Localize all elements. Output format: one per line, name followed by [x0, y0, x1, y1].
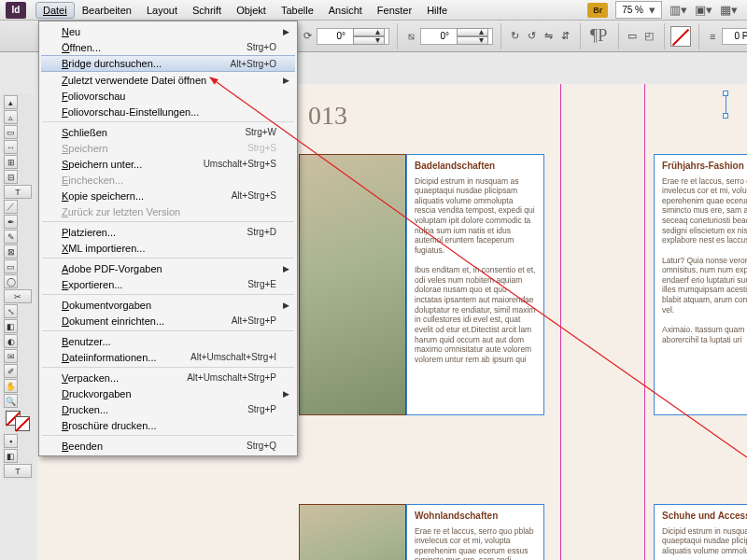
text-frame[interactable]: Wohnlandschaften Erae re et laccus, serr… [406, 504, 544, 560]
menuitem-ffnen[interactable]: Öffnen...Strg+O [41, 39, 295, 55]
ellipse-tool[interactable]: ◯ [4, 274, 18, 288]
select-content-icon[interactable]: ◰ [641, 29, 656, 44]
shear-field[interactable]: 0°▴▾ [420, 28, 493, 45]
bridge-badge[interactable]: Br [587, 3, 608, 18]
menuitem-einchecken: Einchecken... [41, 172, 295, 188]
flip-v-icon[interactable]: ⇵ [557, 29, 572, 44]
eyedropper-tool[interactable]: ✐ [4, 364, 18, 378]
content-collector-tool[interactable]: ⊞ [4, 155, 18, 169]
menuitem-label: Zuletzt verwendete Datei öffnen [62, 75, 276, 86]
menu-schrift[interactable]: Schrift [185, 2, 229, 19]
image-frame[interactable] [299, 504, 406, 560]
menuitem-label: Foliovorschau [62, 91, 276, 102]
free-transform-tool[interactable]: ⤡ [4, 304, 18, 318]
pen-tool[interactable]: ✒ [4, 215, 18, 229]
menuitem-shortcut: Strg+O [247, 42, 276, 52]
menuitem-exportieren[interactable]: Exportieren...Strg+E [41, 276, 295, 292]
menuitem-druckvorgaben[interactable]: Druckvorgaben▶ [41, 385, 295, 401]
zoom-tool[interactable]: 🔍 [4, 394, 18, 408]
menuitem-foliovorschau-einstellungen[interactable]: Foliovorschau-Einstellungen... [41, 104, 295, 119]
selection-tool[interactable]: ▴ [4, 95, 18, 109]
submenu-arrow-icon: ▶ [283, 389, 289, 399]
menuitem-xml-importieren[interactable]: XML importieren... [41, 240, 295, 256]
menu-bearbeiten[interactable]: Bearbeiten [75, 2, 139, 19]
note-tool[interactable]: ✉ [4, 349, 18, 363]
menuitem-zuletzt-verwendete-datei-ffnen[interactable]: Zuletzt verwendete Datei öffnen▶ [41, 72, 295, 88]
paragraph-style-icon[interactable]: ¶P [586, 26, 611, 46]
frame-body: Erae re et laccus, serro quo pblab invel… [415, 526, 536, 561]
rectangle-frame-tool[interactable]: ⊠ [4, 245, 18, 259]
menu-objekt[interactable]: Objekt [229, 2, 274, 19]
arrange-icon[interactable]: ▦▾ [720, 3, 738, 17]
menu-separator [42, 121, 294, 122]
menuitem-kopie-speichern[interactable]: Kopie speichern...Alt+Strg+S [41, 188, 295, 203]
rectangle-tool[interactable]: ▭ [4, 259, 18, 273]
menuitem-label: Dateiinformationen... [62, 352, 190, 363]
menu-layout[interactable]: Layout [139, 2, 185, 19]
menu-ansicht[interactable]: Ansicht [321, 2, 370, 19]
menuitem-label: Beenden [62, 441, 247, 452]
file-menu-dropdown: Neu▶Öffnen...Strg+OBridge durchsuchen...… [38, 21, 298, 456]
page-tool[interactable]: ▭ [4, 125, 18, 139]
menuitem-benutzer[interactable]: Benutzer... [41, 333, 295, 349]
menuitem-neu[interactable]: Neu▶ [41, 23, 295, 39]
menuitem-dokument-einrichten[interactable]: Dokument einrichten...Alt+Strg+P [41, 313, 295, 329]
submenu-arrow-icon: ▶ [283, 27, 289, 36]
menuitem-shortcut: Strg+Q [247, 441, 276, 451]
stroke-weight-field[interactable]: 0 Pt▴▾ [722, 28, 747, 45]
direct-selection-tool[interactable]: ▵ [4, 110, 18, 124]
rotate-cw-icon[interactable]: ↻ [507, 29, 522, 44]
submenu-arrow-icon: ▶ [283, 264, 289, 273]
menu-tabelle[interactable]: Tabelle [274, 2, 321, 19]
menuitem-speichern-unter[interactable]: Speichern unter...Umschalt+Strg+S [41, 156, 295, 172]
menuitem-label: Öffnen... [62, 42, 247, 53]
menuitem-verpacken[interactable]: Verpacken...Alt+Umschalt+Strg+P [41, 370, 295, 385]
selection-handle[interactable] [723, 93, 730, 116]
guide-vertical[interactable] [644, 84, 645, 560]
line-tool[interactable]: ／ [4, 200, 18, 214]
text-frame[interactable]: Frühjahrs-Fashion Erae re et laccus, ser… [654, 154, 747, 415]
menuitem-shortcut: Strg+W [245, 127, 276, 137]
text-frame[interactable]: Badelandschaften Dicipid estrum in nusqu… [406, 154, 544, 415]
apply-color-btn[interactable]: ▪ [4, 434, 18, 448]
menuitem-label: Dokument einrichten... [62, 315, 232, 327]
content-placer-tool[interactable]: ⊟ [4, 170, 18, 184]
gradient-swatch-tool[interactable]: ◧ [4, 319, 18, 333]
menuitem-beenden[interactable]: BeendenStrg+Q [41, 438, 295, 454]
menuitem-label: Exportieren... [62, 279, 247, 290]
menuitem-drucken[interactable]: Drucken...Strg+P [41, 401, 295, 417]
zoom-field[interactable]: 75 %▾ [615, 1, 662, 19]
menuitem-platzieren[interactable]: Platzieren...Strg+D [41, 224, 295, 240]
select-container-icon[interactable]: ▭ [625, 29, 640, 44]
rotate-field[interactable]: 0°▴▾ [317, 28, 389, 45]
screen-mode-icon[interactable]: ▣▾ [695, 3, 712, 17]
menuitem-shortcut: Alt+Strg+O [231, 59, 276, 69]
view-options-icon[interactable]: ▥▾ [669, 3, 687, 17]
menuitem-dateiinformationen[interactable]: Dateiinformationen...Alt+Umschalt+Strg+I [41, 349, 295, 365]
formatting-text-btn[interactable]: T [4, 464, 32, 478]
menuitem-brosch-re-drucken[interactable]: Broschüre drucken... [41, 417, 295, 433]
pencil-tool[interactable]: ✎ [4, 230, 18, 244]
menuitem-schlie-en[interactable]: SchließenStrg+W [41, 124, 295, 140]
rotate-ccw-icon[interactable]: ↺ [524, 29, 539, 44]
menuitem-bridge-durchsuchen[interactable]: Bridge durchsuchen...Alt+Strg+O [41, 55, 295, 72]
menuitem-adobe-pdf-vorgaben[interactable]: Adobe PDF-Vorgaben▶ [41, 260, 295, 276]
scissors-tool[interactable]: ✂ [4, 289, 32, 303]
apply-gradient-btn[interactable]: ◧ [4, 449, 18, 463]
flip-h-icon[interactable]: ⇋ [541, 29, 556, 44]
menuitem-dokumentvorgaben[interactable]: Dokumentvorgaben▶ [41, 297, 295, 313]
fill-stroke-swatch[interactable] [4, 409, 32, 433]
menu-separator [42, 294, 294, 295]
image-frame[interactable] [299, 154, 406, 415]
menu-fenster[interactable]: Fenster [370, 2, 419, 19]
menu-datei[interactable]: Datei [35, 2, 75, 19]
fill-swatch[interactable] [670, 26, 691, 47]
gradient-feather-tool[interactable]: ◐ [4, 334, 18, 348]
menu-hilfe[interactable]: Hilfe [419, 2, 455, 19]
menuitem-foliovorschau[interactable]: Foliovorschau [41, 88, 295, 104]
text-frame[interactable]: Schuhe und Accesso Dicipid estrum in nus… [654, 504, 747, 560]
hand-tool[interactable]: ✋ [4, 379, 18, 393]
type-tool[interactable]: T [4, 185, 32, 199]
guide-vertical[interactable] [560, 84, 561, 560]
gap-tool[interactable]: ↔ [4, 140, 18, 154]
